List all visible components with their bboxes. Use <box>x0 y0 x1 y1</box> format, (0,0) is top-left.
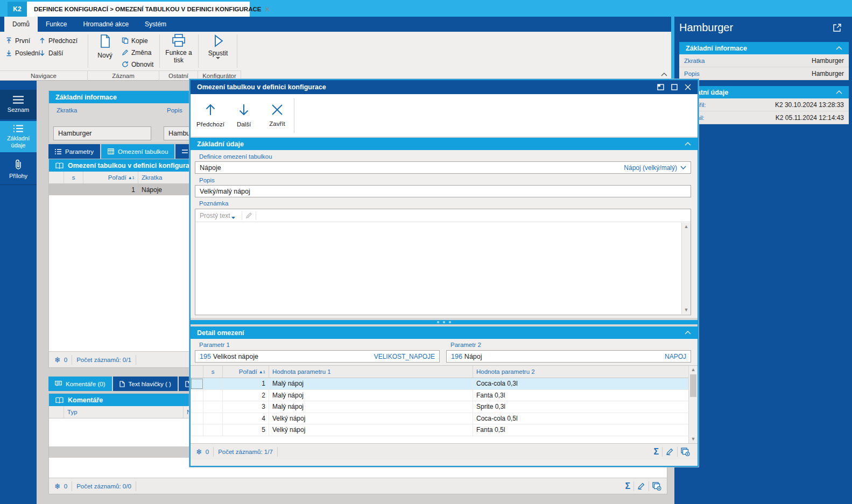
change-button[interactable]: Změna <box>122 47 151 58</box>
copy-button[interactable]: Kopie <box>122 36 148 46</box>
sum-icon[interactable]: Σ <box>653 447 659 457</box>
next-record-button[interactable]: Další <box>228 97 259 133</box>
ribbon-tab-hromadne-akce[interactable]: Hromadné akce <box>75 17 137 32</box>
chevron-up-icon[interactable] <box>836 90 842 94</box>
tab-komentare[interactable]: Komentáře (0) <box>48 377 112 391</box>
group-label-zaznam: Záznam <box>88 71 159 81</box>
parametr1-label: Parametr 1 <box>199 342 230 348</box>
selector-column-header[interactable] <box>49 406 64 418</box>
zkratka-field[interactable]: Hamburger <box>53 126 151 140</box>
close-tab-icon[interactable]: ✕ <box>264 5 270 13</box>
new-button[interactable]: Nový <box>93 33 117 59</box>
table-add-icon[interactable] <box>681 448 690 456</box>
detail-column-headers: s Pořadí▲1 Hodnota parametru 1 Hodnota p… <box>191 366 698 378</box>
restore-window-icon[interactable] <box>657 84 664 90</box>
selector-column-header[interactable] <box>49 172 64 183</box>
text-mode-selector[interactable]: Prostý text <box>195 212 235 219</box>
sidebar-item-seznam[interactable]: Seznam <box>0 90 37 119</box>
ribbon-body: První Poslední Předchozí Další Nový Ko <box>0 32 671 81</box>
document-tab-title: DEFINICE KONFIGURACÍ > OMEZENÍ TABULKOU … <box>34 6 261 12</box>
book-icon <box>55 397 64 403</box>
table-row[interactable]: 5 Velký nápoj Fanta 0,5l <box>191 424 698 436</box>
poradi-column-header[interactable]: Pořadí▲1 <box>223 366 269 378</box>
ribbon: Domů Funkce Hromadné akce Systém První P… <box>0 17 671 81</box>
first-button[interactable]: První <box>5 36 30 46</box>
chevron-down-icon[interactable] <box>680 166 686 169</box>
restriction-dialog: Omezení tabulkou v definici konfigurace … <box>189 79 699 467</box>
sum-icon[interactable]: Σ <box>625 481 630 491</box>
table-row[interactable]: 4 Velký nápoj Coca-cola 0,5l <box>191 413 698 425</box>
definice-label: Definice omezení tabulkou <box>199 153 272 160</box>
maximize-window-icon[interactable] <box>671 84 678 90</box>
bottom-tabs: Komentáře (0) Text hlavičky ( ) Text <box>48 377 213 391</box>
first-icon <box>5 37 12 44</box>
dialog-title-bar[interactable]: Omezení tabulkou v definici konfigurace <box>191 80 698 94</box>
section-header[interactable]: Ostatní údaje <box>679 86 849 98</box>
detail-table-footer: ❄ 0 Počet záznamů: 1/7 Σ <box>191 443 698 459</box>
basic-data-section-header[interactable]: Základní údaje <box>191 138 698 150</box>
p2-column-header[interactable]: Hodnota parametru 2 <box>473 366 698 378</box>
next-button[interactable]: Další <box>39 48 63 58</box>
close-dialog-button[interactable]: Zavřít <box>262 97 293 133</box>
table-add-icon[interactable] <box>652 482 661 491</box>
refresh-button[interactable]: Obnovit <box>122 59 153 69</box>
edit-icon[interactable] <box>666 448 674 456</box>
ribbon-tab-funkce[interactable]: Funkce <box>38 17 75 32</box>
equals-icon <box>182 150 188 153</box>
group-label-navigace: Navigace <box>0 71 88 81</box>
previous-button[interactable]: Předchozí <box>39 36 78 46</box>
copy-icon <box>122 37 129 44</box>
sidebar-item-zakladni-udaje[interactable]: Základní údaje <box>0 121 37 152</box>
chevron-up-icon[interactable] <box>685 331 691 335</box>
chevron-down-icon <box>216 57 220 60</box>
comments-panel-footer: ❄ 0 Počet záznamů: 0/0 Σ <box>49 478 667 494</box>
edit-icon[interactable] <box>637 482 645 490</box>
table-row[interactable]: 2 Malý nápoj Fanta 0,3l <box>191 390 698 402</box>
k2-logo-tab[interactable]: K2 <box>8 2 27 17</box>
parametr1-field[interactable]: 195Velikost nápoje VELIKOST_NAPOJE <box>195 350 440 363</box>
collapse-ribbon-icon[interactable] <box>661 73 667 76</box>
poznamka-scrollbar[interactable]: ▲▼ <box>681 223 691 314</box>
ribbon-tab-system[interactable]: Systém <box>137 17 174 32</box>
detail-table-scrollbar[interactable]: ▲▼ <box>688 366 698 443</box>
snowflake-icon: ❄ <box>54 482 61 491</box>
last-button[interactable]: Poslední <box>5 48 40 58</box>
tab-omezeni-tabulkou[interactable]: Omezení tabulkou <box>101 144 174 159</box>
arrow-down-icon <box>39 49 46 56</box>
sidebar-item-prilohy[interactable]: Přílohy <box>0 154 37 185</box>
section-header[interactable]: Základní informace <box>679 42 849 54</box>
document-tab[interactable]: DEFINICE KONFIGURACÍ > OMEZENÍ TABULKOU … <box>27 2 250 17</box>
selector-column-header[interactable] <box>191 366 203 378</box>
table-icon <box>108 148 114 154</box>
poradi-column-header[interactable]: Pořadí▲1 <box>83 172 138 183</box>
popis-field[interactable]: Velký/malý nápoj <box>195 185 691 197</box>
table-row[interactable]: 1 Malý nápoj Coca-cola 0,3l <box>191 378 698 390</box>
parametr2-field[interactable]: 196Nápoj NAPOJ <box>446 350 691 363</box>
detail-section-header[interactable]: Detail omezení <box>191 326 698 339</box>
tab-text-hlavicky[interactable]: Text hlavičky ( ) <box>113 377 178 391</box>
s-column-header[interactable]: s <box>64 172 83 183</box>
new-document-icon <box>98 33 112 49</box>
page-icon <box>119 381 125 387</box>
table-row[interactable]: 3 Malý nápoj Sprite 0,3l <box>191 401 698 413</box>
chevron-up-icon[interactable] <box>836 46 842 50</box>
function-print-button[interactable]: Funkce a tisk <box>163 33 195 65</box>
open-external-icon[interactable] <box>833 23 842 32</box>
poznamka-editor[interactable]: Prostý text ▲▼ <box>195 209 691 315</box>
p1-column-header[interactable]: Hodnota parametru 1 <box>269 366 473 378</box>
splitter-handle[interactable] <box>191 318 698 326</box>
tab-parametry[interactable]: Parametry <box>48 144 100 159</box>
parametr1-code: VELIKOST_NAPOJE <box>374 353 435 360</box>
definice-field[interactable]: Nápoje Nápoj (velký/malý) <box>195 161 691 174</box>
s-column-header[interactable]: s <box>203 366 223 378</box>
ribbon-tab-domu[interactable]: Domů <box>4 17 38 32</box>
chevron-up-icon[interactable] <box>685 142 691 146</box>
edit-note-icon[interactable] <box>245 212 252 219</box>
close-window-icon[interactable] <box>685 84 691 90</box>
arrow-down-icon <box>238 103 250 116</box>
snowflake-icon: ❄ <box>196 448 202 456</box>
typ-column-header[interactable]: Typ <box>64 406 184 418</box>
run-button[interactable]: Spustit <box>202 33 234 60</box>
previous-record-button[interactable]: Předchozí <box>195 97 226 133</box>
dialog-toolbar: Předchozí Další Zavřít <box>191 94 698 138</box>
